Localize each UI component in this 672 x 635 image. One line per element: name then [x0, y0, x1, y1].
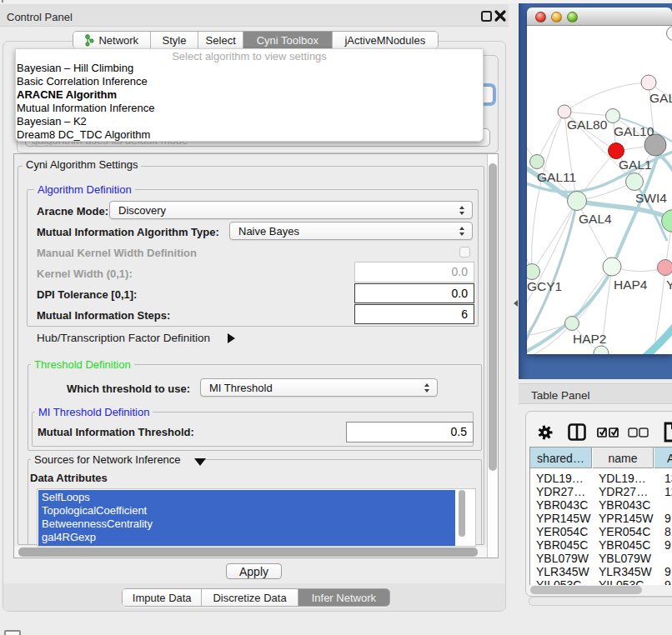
svg-text:GAL1: GAL1: [619, 158, 652, 172]
svg-text:GAL11: GAL11: [537, 170, 576, 184]
svg-text:GAL: GAL: [649, 91, 672, 105]
svg-text:GAL10: GAL10: [614, 124, 654, 138]
svg-text:GAL80: GAL80: [567, 118, 608, 132]
svg-text:HAP2: HAP2: [573, 332, 607, 346]
svg-text:HAP4: HAP4: [614, 278, 648, 292]
svg-text:YE: YE: [666, 278, 672, 292]
svg-text:GAL4: GAL4: [579, 212, 612, 226]
svg-text:SWI4: SWI4: [635, 191, 667, 205]
svg-text:GCY1: GCY1: [527, 279, 562, 293]
